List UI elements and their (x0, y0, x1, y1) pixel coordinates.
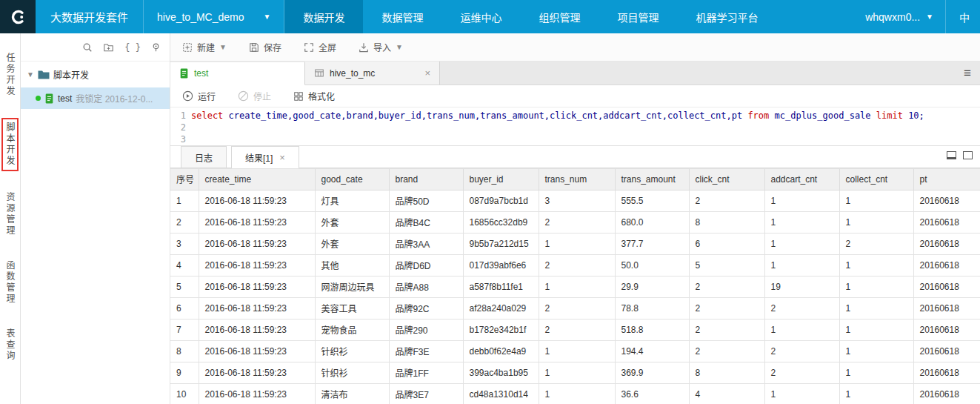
table-cell: 20160618 (913, 340, 980, 362)
column-header[interactable]: pt (913, 169, 980, 190)
column-header[interactable]: brand (389, 169, 463, 190)
table-row[interactable]: 12016-06-18 11:59:23灯具品牌50D087d9a7bcb1d3… (170, 190, 980, 211)
column-header[interactable]: buyer_id (463, 169, 539, 190)
log-tab[interactable]: 日志 (181, 146, 227, 168)
tree-toolbar: { } (21, 33, 170, 62)
close-icon[interactable]: × (279, 152, 285, 163)
close-icon[interactable]: × (424, 67, 430, 79)
table-cell: 网游周边玩具 (315, 276, 389, 297)
column-header[interactable]: collect_cnt (839, 169, 913, 190)
code-braces-icon[interactable]: { } (124, 42, 141, 53)
lock-info: 我锁定 2016-12-0... (76, 92, 153, 105)
table-cell: 7 (170, 319, 199, 340)
search-icon[interactable] (82, 42, 93, 53)
rail-item[interactable]: 任务开发 (3, 50, 17, 100)
rail-item[interactable]: 表查询 (3, 325, 17, 365)
table-cell: 1 (764, 211, 839, 233)
table-row[interactable]: 32016-06-18 11:59:23外套品牌3AA9b5b7a212d151… (170, 233, 980, 254)
run-button[interactable]: 运行 (182, 90, 216, 102)
table-cell: 2016-06-18 11:59:23 (199, 276, 315, 297)
column-header[interactable]: trans_amount (615, 169, 689, 190)
table-cell: 2 (764, 340, 839, 362)
table-cell: 5 (689, 254, 764, 276)
location-pin-icon[interactable] (151, 42, 161, 53)
tree-expand-caret-icon[interactable]: ▼ (27, 70, 34, 79)
result-table-container[interactable]: 序号create_timegood_catebrandbuyer_idtrans… (170, 168, 980, 404)
table-cell: 针织衫 (315, 362, 389, 383)
table-cell: 1 (839, 190, 913, 211)
table-cell: 087d9a7bcb1d (463, 190, 539, 211)
table-row[interactable]: 92016-06-18 11:59:23针织衫品牌1FF399ac4ba1b95… (170, 362, 980, 383)
table-cell: 20160618 (913, 233, 980, 254)
table-row[interactable]: 62016-06-18 11:59:23美容工具品牌92Caf28a240a02… (170, 297, 980, 319)
app-logo[interactable] (0, 0, 36, 33)
save-button[interactable]: 保存 (249, 41, 281, 53)
restore-panel-icon[interactable] (947, 151, 956, 159)
new-button-label: 新建 (197, 41, 215, 53)
table-cell: 2 (539, 319, 615, 340)
nav-item[interactable]: 组织管理 (520, 0, 599, 33)
fullscreen-icon (304, 42, 314, 53)
new-folder-icon[interactable] (103, 42, 114, 53)
table-cell: 2 (689, 190, 764, 211)
run-icon (182, 90, 193, 102)
format-button[interactable]: 格式化 (293, 90, 335, 102)
tab-hive-to-mc[interactable]: hive_to_mc × (305, 62, 440, 85)
app-window: 大数据开发套件 hive_to_MC_demo ▼ 数据开发数据管理运维中心组织… (0, 0, 980, 404)
nav-item[interactable]: 数据开发 (284, 0, 363, 33)
table-row[interactable]: 72016-06-18 11:59:23宠物食品品牌290b1782e342b1… (170, 319, 980, 340)
rail-item[interactable]: 资源管理 (3, 189, 17, 239)
fullscreen-button-label: 全屏 (319, 41, 336, 53)
tab-list-menu-icon[interactable]: ≡ (955, 66, 980, 81)
tree-item-test[interactable]: test 我锁定 2016-12-0... (21, 87, 170, 109)
table-cell: 1 (839, 254, 913, 276)
result-tab-bar: 日志 结果[1] × (170, 146, 980, 168)
tree-root-script-dev[interactable]: ▼ 脚本开发 (21, 62, 170, 87)
rail-item[interactable]: 脚本开发 (1, 118, 19, 171)
table-cell: 3 (539, 190, 615, 211)
nav-item[interactable]: 运维中心 (441, 0, 520, 33)
editor-code-area[interactable]: select create_time,good_cate,brand,buyer… (191, 110, 980, 145)
table-row[interactable]: 82016-06-18 11:59:23针织衫品牌F3Edebb0f62e4a9… (170, 340, 980, 362)
user-menu[interactable]: whqwxm0... ▼ (853, 0, 945, 33)
column-header[interactable]: click_cnt (689, 169, 764, 190)
rail-item[interactable]: 函数管理 (3, 257, 17, 308)
stop-icon (238, 90, 249, 102)
nav-item[interactable]: 数据管理 (363, 0, 441, 33)
language-switch[interactable]: 中 (945, 0, 980, 33)
column-header[interactable]: 序号 (170, 169, 199, 190)
table-row[interactable]: 42016-06-18 11:59:23其他品牌D6D017d39abf6e62… (170, 254, 980, 276)
stop-button[interactable]: 停止 (238, 90, 271, 102)
new-button[interactable]: 新建 ▼ (182, 41, 227, 53)
table-cell: 1 (839, 319, 913, 340)
fullscreen-button[interactable]: 全屏 (304, 41, 336, 53)
nav-item[interactable]: 项目管理 (599, 0, 677, 33)
table-cell: 美容工具 (315, 297, 389, 319)
format-button-label: 格式化 (308, 90, 335, 102)
table-cell: 10 (170, 383, 199, 404)
result-tab[interactable]: 结果[1] × (231, 146, 299, 168)
column-header[interactable]: trans_num (539, 169, 615, 190)
table-cell: 50.0 (615, 254, 689, 276)
line-number: 3 (170, 133, 186, 145)
line-number: 2 (170, 122, 186, 133)
import-button[interactable]: 导入 ▼ (359, 41, 403, 53)
project-selector[interactable]: hive_to_MC_demo ▼ (143, 0, 284, 33)
table-cell: 其他 (315, 254, 389, 276)
tab-test[interactable]: test (170, 62, 305, 85)
language-label: 中 (959, 10, 970, 24)
result-table: 序号create_timegood_catebrandbuyer_idtrans… (170, 169, 980, 404)
table-cell: 2 (689, 340, 764, 362)
table-cell: 2016-06-18 11:59:23 (199, 362, 315, 383)
sql-editor[interactable]: 123 select create_time,good_cate,brand,b… (170, 107, 980, 146)
column-header[interactable]: create_time (199, 169, 315, 190)
nav-item[interactable]: 机器学习平台 (677, 0, 776, 33)
maximize-panel-icon[interactable] (963, 151, 973, 159)
column-header[interactable]: good_cate (315, 169, 389, 190)
column-header[interactable]: addcart_cnt (764, 169, 839, 190)
table-cell: 20160618 (913, 254, 980, 276)
table-row[interactable]: 102016-06-18 11:59:23清洁布品牌3E7cd48a1310d1… (170, 383, 980, 404)
table-row[interactable]: 52016-06-18 11:59:23网游周边玩具品牌A88a587f8b11… (170, 276, 980, 297)
chevron-down-icon: ▼ (396, 44, 403, 51)
table-row[interactable]: 22016-06-18 11:59:23外套品牌B4C16856cc32db92… (170, 211, 980, 233)
